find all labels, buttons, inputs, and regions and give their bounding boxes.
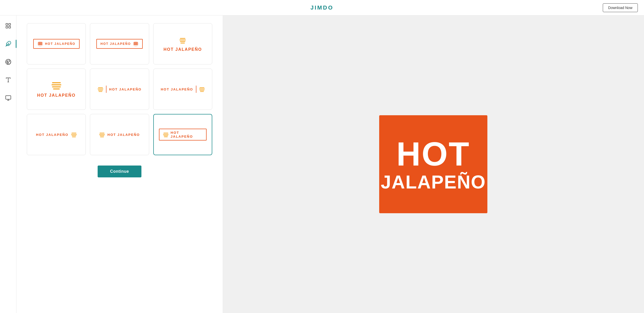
sidebar-item-palette[interactable]: [3, 57, 13, 67]
svg-rect-12: [6, 96, 11, 99]
continue-button-wrap: Continue: [27, 166, 212, 177]
logo-card-6[interactable]: HOT JALAPEÑO: [153, 69, 212, 110]
logo-card-8[interactable]: HOT JALAPEÑO: [90, 114, 149, 155]
logo-text-1: HOT JALAPEÑO: [45, 42, 75, 46]
download-now-button[interactable]: Download Now: [603, 3, 638, 12]
sidebar-item-pen[interactable]: [3, 39, 13, 49]
logo-grid: HOT JALAPEÑO HOT JALAPEÑO: [27, 23, 212, 155]
logo-variant-8: HOT JALAPEÑO: [99, 132, 140, 137]
preview-logo-hot: HOT: [396, 137, 470, 171]
header: JIMDO Download Now: [0, 0, 644, 15]
logo-variant-2: HOT JALAPEÑO: [96, 39, 143, 49]
logo-variant-6: HOT JALAPEÑO: [161, 86, 205, 93]
logo-variant-4: HOT JALAPEÑO: [37, 81, 75, 98]
logo-card-2[interactable]: HOT JALAPEÑO: [90, 23, 149, 64]
logo-grid-panel: HOT JALAPEÑO HOT JALAPEÑO: [16, 15, 223, 313]
continue-button[interactable]: Continue: [98, 166, 141, 177]
divider-5: [106, 86, 107, 93]
preview-panel: HOT JALAPEÑO: [223, 15, 644, 313]
logo-variant-5: HOT JALAPEÑO: [98, 86, 142, 93]
logo-text-4: HOT JALAPEÑO: [37, 93, 75, 98]
logo-text-8: HOT JALAPEÑO: [107, 133, 140, 137]
logo-text-3: HOT JALAPEÑO: [164, 47, 202, 52]
logo-text-6: HOT JALAPEÑO: [161, 87, 193, 91]
logo-card-5[interactable]: HOT JALAPEÑO: [90, 69, 149, 110]
logo-variant-9: HOT JALAPEÑO: [159, 129, 207, 141]
logo-text-2: HOT JALAPEÑO: [100, 42, 131, 46]
logo-variant-7: HOT JALAPEÑO: [36, 132, 77, 137]
divider-6: [196, 86, 197, 93]
svg-rect-2: [6, 26, 8, 28]
svg-point-8: [9, 61, 10, 62]
main-layout: HOT JALAPEÑO HOT JALAPEÑO: [0, 15, 644, 313]
content-area: HOT JALAPEÑO HOT JALAPEÑO: [16, 15, 644, 313]
svg-point-7: [7, 61, 8, 62]
logo-text-7: HOT JALAPEÑO: [36, 133, 69, 137]
logo-card-1[interactable]: HOT JALAPEÑO: [27, 23, 86, 64]
sidebar: [0, 15, 16, 313]
logo-card-3[interactable]: HOT JALAPEÑO: [153, 23, 212, 64]
logo-card-9[interactable]: HOT JALAPEÑO: [153, 114, 212, 155]
svg-rect-3: [9, 26, 11, 28]
logo-variant-3: HOT JALAPEÑO: [164, 36, 202, 52]
sidebar-item-monitor[interactable]: [3, 93, 13, 103]
preview-logo-jalapeno: JALAPEÑO: [381, 173, 486, 191]
logo-card-4[interactable]: HOT JALAPEÑO: [27, 69, 86, 110]
preview-logo-block: HOT JALAPEÑO: [379, 115, 487, 213]
sidebar-item-text[interactable]: [3, 75, 13, 85]
svg-rect-0: [6, 23, 8, 25]
svg-rect-1: [9, 23, 11, 25]
logo-variant-1: HOT JALAPEÑO: [33, 39, 80, 49]
logo-card-7[interactable]: HOT JALAPEÑO: [27, 114, 86, 155]
logo-text-9: HOT JALAPEÑO: [171, 131, 202, 138]
sidebar-item-grid[interactable]: [3, 21, 13, 31]
logo-text-5: HOT JALAPEÑO: [109, 87, 142, 91]
jimdo-logo: JIMDO: [310, 4, 334, 11]
